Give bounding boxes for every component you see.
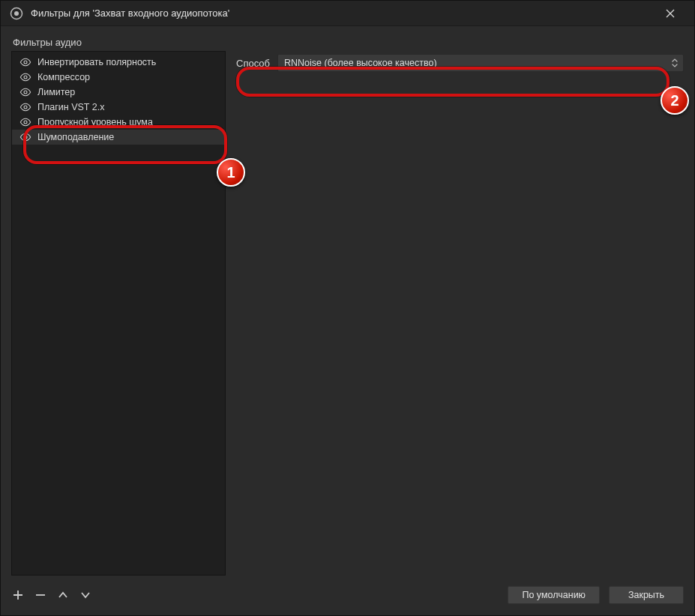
visibility-icon[interactable]	[19, 101, 31, 113]
filter-item-label: Инвертировать полярность	[37, 57, 156, 67]
filter-item[interactable]: Шумоподавление	[12, 130, 225, 145]
filter-list-controls	[11, 588, 92, 602]
svg-point-5	[24, 106, 27, 109]
method-row: Способ RNNoise (более высокое качество)	[236, 54, 684, 72]
dialog-body: Фильтры аудио Инвертировать полярностьКо…	[1, 26, 694, 575]
filter-list-column: Инвертировать полярностьКомпрессорЛимите…	[11, 51, 226, 576]
close-window-button[interactable]	[655, 1, 685, 26]
visibility-icon[interactable]	[19, 131, 31, 143]
close-button[interactable]: Закрыть	[609, 586, 684, 604]
svg-point-4	[24, 91, 27, 94]
method-select[interactable]: RNNoise (более высокое качество)	[277, 54, 684, 72]
method-label: Способ	[236, 58, 270, 69]
filter-item-label: Плагин VST 2.x	[37, 102, 104, 112]
add-filter-button[interactable]	[11, 588, 25, 602]
visibility-icon[interactable]	[19, 116, 31, 128]
method-select-value: RNNoise (более высокое качество)	[284, 58, 437, 68]
svg-point-1	[14, 11, 19, 16]
audio-filters-label: Фильтры аудио	[13, 37, 684, 48]
svg-point-6	[24, 121, 27, 124]
filter-item[interactable]: Инвертировать полярность	[12, 55, 225, 70]
filter-item[interactable]: Лимитер	[12, 85, 225, 100]
svg-point-7	[24, 136, 27, 139]
svg-point-2	[24, 61, 27, 64]
filter-item-label: Компрессор	[37, 72, 90, 82]
filter-item[interactable]: Компрессор	[12, 70, 225, 85]
dialog-footer: По умолчанию Закрыть	[1, 575, 694, 615]
filter-list[interactable]: Инвертировать полярностьКомпрессорЛимите…	[11, 51, 226, 576]
filter-properties-panel: Способ RNNoise (более высокое качество)	[236, 51, 684, 576]
filter-item[interactable]: Плагин VST 2.x	[12, 100, 225, 115]
window-title: Фильтры для 'Захват входного аудиопотока…	[31, 7, 655, 19]
filters-dialog: Фильтры для 'Захват входного аудиопотока…	[0, 0, 695, 616]
filter-item[interactable]: Пропускной уровень шума	[12, 115, 225, 130]
defaults-button[interactable]: По умолчанию	[508, 586, 600, 604]
filter-item-label: Лимитер	[37, 87, 75, 97]
app-icon	[10, 7, 23, 20]
titlebar: Фильтры для 'Захват входного аудиопотока…	[1, 1, 694, 26]
visibility-icon[interactable]	[19, 86, 31, 98]
svg-point-3	[24, 76, 27, 79]
move-filter-down-button[interactable]	[79, 588, 92, 602]
visibility-icon[interactable]	[19, 56, 31, 68]
filter-item-label: Шумоподавление	[37, 132, 114, 142]
filter-item-label: Пропускной уровень шума	[37, 117, 153, 127]
remove-filter-button[interactable]	[34, 588, 47, 602]
select-arrows-icon	[671, 58, 679, 68]
visibility-icon[interactable]	[19, 71, 31, 83]
move-filter-up-button[interactable]	[56, 588, 70, 602]
